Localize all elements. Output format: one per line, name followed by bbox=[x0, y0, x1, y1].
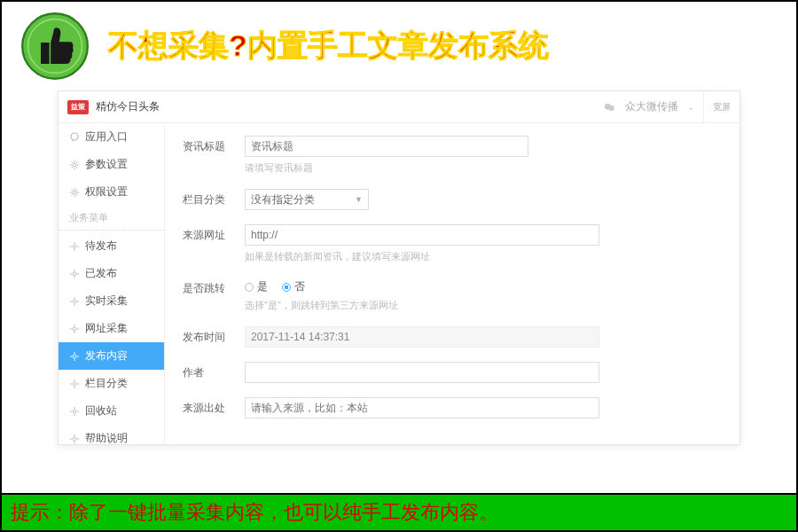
gear-icon bbox=[69, 187, 80, 198]
app-header: 益策 精仿今日头条 众大微传播 ⌄ 宽屏 bbox=[59, 91, 739, 123]
sidebar-item-published[interactable]: 已发布 bbox=[59, 260, 164, 287]
wechat-icon bbox=[604, 101, 616, 113]
chevron-down-icon[interactable]: ⌄ bbox=[687, 102, 694, 112]
source-url-input[interactable] bbox=[245, 224, 599, 246]
svg-point-13 bbox=[73, 410, 76, 413]
label-author: 作者 bbox=[183, 362, 245, 383]
promo-banner: 不想采集?内置手工文章发布系统 bbox=[2, 2, 796, 90]
gear-icon bbox=[69, 324, 80, 334]
gear-icon bbox=[69, 296, 80, 307]
radio-icon bbox=[245, 283, 254, 292]
sidebar-label: 参数设置 bbox=[85, 157, 128, 172]
thumbs-up-icon bbox=[20, 11, 90, 82]
widescreen-button[interactable]: 宽屏 bbox=[703, 91, 731, 123]
label-source: 来源出处 bbox=[183, 397, 245, 419]
sidebar-label: 栏目分类 bbox=[85, 376, 128, 391]
author-input[interactable] bbox=[245, 362, 599, 383]
label-redirect: 是否跳转 bbox=[183, 278, 245, 312]
svg-point-8 bbox=[73, 272, 76, 276]
app-title: 精仿今日头条 bbox=[96, 99, 597, 114]
title-hint: 请填写资讯标题 bbox=[245, 161, 722, 175]
sidebar-item-params[interactable]: 参数设置 bbox=[59, 151, 164, 178]
sidebar-label: 权限设置 bbox=[85, 184, 128, 200]
svg-point-3 bbox=[609, 105, 614, 110]
label-category: 栏目分类 bbox=[183, 189, 245, 210]
title-input[interactable] bbox=[245, 136, 528, 157]
sidebar-label: 发布内容 bbox=[85, 348, 128, 364]
app-logo: 益策 bbox=[67, 100, 89, 114]
svg-point-10 bbox=[73, 327, 76, 331]
sidebar-item-permission[interactable]: 权限设置 bbox=[59, 178, 164, 206]
radio-no-label: 否 bbox=[294, 279, 305, 294]
sidebar: 应用入口 参数设置 权限设置 业务菜单 待发布 已发布 实时采集 网址采集 发布… bbox=[59, 123, 165, 444]
svg-point-12 bbox=[73, 382, 76, 386]
form-content: 资讯标题 请填写资讯标题 栏目分类 没有指定分类 ▼ 来源网址 bbox=[165, 123, 739, 444]
category-value: 没有指定分类 bbox=[251, 192, 315, 207]
svg-point-14 bbox=[73, 437, 76, 441]
gear-icon bbox=[69, 434, 80, 444]
gear-icon bbox=[69, 406, 80, 417]
sidebar-item-publish-content[interactable]: 发布内容 bbox=[59, 342, 164, 370]
sidebar-item-help[interactable]: 帮助说明 bbox=[59, 425, 164, 444]
sidebar-item-url-collect[interactable]: 网址采集 bbox=[59, 315, 164, 342]
sidebar-label: 帮助说明 bbox=[85, 431, 128, 444]
radio-no[interactable]: 否 bbox=[282, 279, 305, 294]
gear-icon bbox=[69, 160, 80, 170]
label-title: 资讯标题 bbox=[183, 136, 245, 175]
footer-tip: 提示：除了一键批量采集内容，也可以纯手工发布内容。 bbox=[2, 493, 796, 530]
gear-icon bbox=[69, 379, 80, 389]
svg-point-11 bbox=[73, 355, 76, 358]
app-window: 益策 精仿今日头条 众大微传播 ⌄ 宽屏 应用入口 参数设置 权限设置 业务菜单… bbox=[58, 90, 740, 445]
sidebar-section-header: 业务菜单 bbox=[59, 206, 164, 231]
sidebar-item-recycle[interactable]: 回收站 bbox=[59, 397, 164, 425]
sidebar-label: 网址采集 bbox=[85, 321, 128, 336]
publish-time-field[interactable]: 2017-11-14 14:37:31 bbox=[245, 326, 599, 348]
svg-point-9 bbox=[73, 300, 76, 303]
svg-point-4 bbox=[71, 133, 78, 140]
gear-icon bbox=[69, 269, 80, 279]
sidebar-item-realtime[interactable]: 实时采集 bbox=[59, 287, 164, 315]
sidebar-label: 回收站 bbox=[85, 403, 117, 419]
category-select[interactable]: 没有指定分类 ▼ bbox=[245, 189, 369, 210]
broadcast-label[interactable]: 众大微传播 bbox=[625, 99, 678, 114]
redirect-hint: 选择"是"，则跳转到第三方来源网址 bbox=[245, 299, 722, 312]
radio-yes-label: 是 bbox=[257, 279, 268, 294]
radio-yes[interactable]: 是 bbox=[245, 279, 268, 294]
sidebar-item-pending[interactable]: 待发布 bbox=[59, 232, 164, 260]
banner-title: 不想采集?内置手工文章发布系统 bbox=[108, 26, 549, 66]
sidebar-label: 实时采集 bbox=[85, 293, 128, 309]
source-input[interactable] bbox=[245, 397, 599, 419]
sidebar-label: 待发布 bbox=[85, 239, 117, 254]
svg-point-7 bbox=[73, 245, 76, 248]
svg-point-5 bbox=[73, 163, 76, 167]
sidebar-item-app-entry[interactable]: 应用入口 bbox=[59, 123, 164, 151]
bubble-icon bbox=[69, 132, 80, 143]
gear-icon bbox=[69, 351, 80, 362]
label-source-url: 来源网址 bbox=[183, 224, 245, 263]
gear-icon bbox=[69, 241, 80, 252]
sidebar-item-category[interactable]: 栏目分类 bbox=[59, 370, 164, 397]
sidebar-label: 已发布 bbox=[85, 266, 117, 281]
source-url-hint: 如果是转载的新闻资讯，建议填写来源网址 bbox=[245, 250, 722, 263]
sidebar-label: 应用入口 bbox=[85, 129, 128, 145]
header-right: 众大微传播 ⌄ 宽屏 bbox=[604, 91, 731, 123]
radio-icon bbox=[282, 283, 291, 292]
chevron-down-icon: ▼ bbox=[355, 195, 363, 204]
svg-point-6 bbox=[73, 191, 76, 194]
label-publish-time: 发布时间 bbox=[183, 326, 245, 348]
